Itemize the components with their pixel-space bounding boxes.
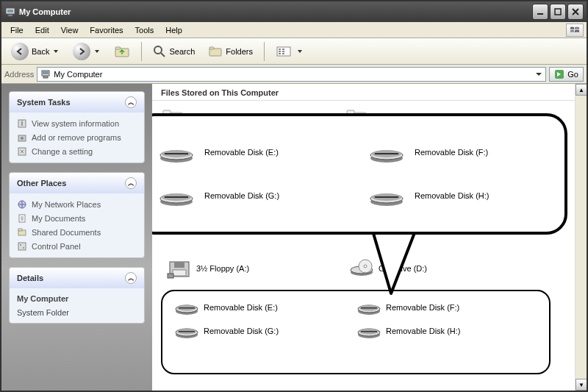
minimize-button[interactable] — [532, 4, 548, 20]
svg-rect-18 — [43, 71, 49, 74]
search-button[interactable]: Search — [148, 41, 200, 62]
svg-point-32 — [23, 247, 24, 249]
removable-disk-e[interactable]: Removable Disk (E:) — [174, 299, 306, 316]
svg-rect-72 — [179, 331, 195, 332]
svg-rect-15 — [282, 51, 284, 52]
svg-rect-16 — [282, 53, 284, 54]
removable-disk-icon — [369, 184, 404, 207]
folders-button[interactable]: Folders — [203, 41, 258, 62]
content: System Tasks ︽ i View system information… — [1, 84, 587, 391]
forward-button[interactable] — [68, 41, 106, 62]
network-places-link[interactable]: My Network Places — [17, 199, 137, 210]
shared-icon — [17, 227, 27, 238]
svg-rect-2 — [8, 15, 12, 16]
menu-help[interactable]: Help — [159, 24, 188, 36]
removable-disk-icon — [174, 322, 199, 340]
system-tasks-panel: System Tasks ︽ i View system information… — [9, 91, 145, 163]
floppy-icon — [167, 257, 192, 279]
back-button[interactable]: Back — [6, 41, 65, 62]
close-button[interactable] — [567, 4, 584, 20]
system-tasks-title: System Tasks — [17, 98, 71, 107]
svg-point-31 — [20, 244, 21, 246]
menu-tools[interactable]: Tools — [129, 24, 160, 36]
maximize-button[interactable] — [550, 4, 566, 20]
removable-disk-h[interactable]: Removable Disk (H:) — [369, 184, 542, 207]
svg-rect-29 — [18, 229, 22, 231]
window-title: My Computer — [19, 7, 71, 16]
menu-view[interactable]: View — [55, 24, 85, 36]
svg-rect-12 — [279, 51, 281, 52]
removable-disk-g[interactable]: Removable Disk (G:) — [174, 322, 306, 340]
removable-disk-icon — [369, 140, 404, 164]
removable-disk-icon — [356, 299, 381, 316]
address-value: My Computer — [54, 70, 102, 79]
forward-dropdown[interactable] — [93, 48, 101, 55]
scroll-up-button[interactable]: ▲ — [576, 84, 587, 96]
my-computer-icon — [40, 69, 51, 79]
address-label: Address — [4, 70, 34, 79]
views-dropdown[interactable] — [296, 48, 304, 55]
menu-edit[interactable]: Edit — [29, 24, 55, 36]
settings-icon — [17, 146, 27, 157]
my-documents-link[interactable]: My Documents — [17, 213, 137, 224]
main-area: Files Stored on This Computer Removable … — [152, 84, 587, 391]
control-panel-link[interactable]: Control Panel — [17, 241, 137, 252]
other-places-header[interactable]: Other Places ︽ — [10, 173, 144, 193]
folder-up-icon — [114, 44, 130, 59]
folders-icon — [208, 45, 223, 58]
svg-rect-19 — [43, 76, 48, 78]
address-input[interactable]: My Computer — [37, 67, 546, 82]
removable-group-highlight: Removable Disk (E:) Removable Disk (F:) … — [161, 290, 551, 374]
folders-label: Folders — [226, 47, 253, 56]
removable-disk-icon — [174, 299, 199, 316]
other-places-title: Other Places — [17, 179, 66, 188]
removable-disk-h[interactable]: Removable Disk (H:) — [356, 322, 489, 340]
scroll-down-button[interactable]: ▼ — [576, 379, 587, 391]
chevron-up-icon: ︽ — [125, 96, 137, 108]
back-label: Back — [32, 47, 49, 56]
up-button[interactable] — [109, 41, 135, 62]
other-places-panel: Other Places ︽ My Network Places My Docu… — [9, 172, 145, 258]
system-tasks-header[interactable]: System Tasks ︽ — [10, 92, 144, 113]
removable-disk-e[interactable]: Removable Disk (E:) — [159, 140, 332, 164]
windows-logo-icon — [566, 24, 584, 37]
svg-rect-6 — [115, 47, 121, 49]
shared-documents-link[interactable]: Shared Documents — [17, 227, 137, 238]
info-icon: i — [17, 118, 27, 129]
change-setting-link[interactable]: Change a setting — [17, 146, 137, 157]
svg-rect-55 — [173, 270, 186, 276]
svg-rect-52 — [375, 196, 398, 198]
svg-rect-40 — [165, 153, 188, 154]
back-dropdown[interactable] — [52, 48, 60, 55]
svg-rect-68 — [361, 307, 377, 309]
svg-rect-64 — [179, 307, 195, 309]
view-system-info-link[interactable]: i View system information — [17, 118, 137, 129]
search-label: Search — [169, 47, 195, 56]
svg-rect-14 — [282, 49, 284, 50]
removable-disk-f[interactable]: Removable Disk (F:) — [356, 299, 489, 316]
titlebar: My Computer — [1, 1, 587, 22]
details-name: My Computer — [17, 294, 137, 303]
svg-point-24 — [21, 137, 24, 140]
floppy-drive-a[interactable]: 3½ Floppy (A:) — [167, 257, 299, 279]
addressbar: Address My Computer Go — [1, 65, 587, 84]
views-icon — [276, 45, 293, 58]
views-button[interactable] — [270, 41, 309, 62]
menu-file[interactable]: File — [4, 24, 29, 36]
menu-favorites[interactable]: Favorites — [84, 24, 129, 36]
details-header[interactable]: Details ︽ — [10, 268, 144, 288]
svg-rect-9 — [209, 47, 214, 49]
vertical-scrollbar[interactable]: ▲ ▼ — [575, 84, 587, 391]
removable-disk-f[interactable]: Removable Disk (F:) — [369, 140, 542, 164]
details-type: System Folder — [17, 308, 137, 317]
go-button[interactable]: Go — [549, 67, 584, 82]
svg-rect-30 — [18, 243, 26, 250]
separator — [141, 42, 142, 61]
svg-rect-44 — [375, 153, 398, 154]
removable-disk-g[interactable]: Removable Disk (G:) — [159, 184, 332, 207]
svg-rect-3 — [537, 13, 543, 15]
address-dropdown[interactable] — [535, 71, 542, 78]
documents-icon — [17, 213, 27, 224]
add-remove-programs-link[interactable]: Add or remove programs — [17, 132, 137, 143]
removable-disk-icon — [159, 184, 194, 207]
